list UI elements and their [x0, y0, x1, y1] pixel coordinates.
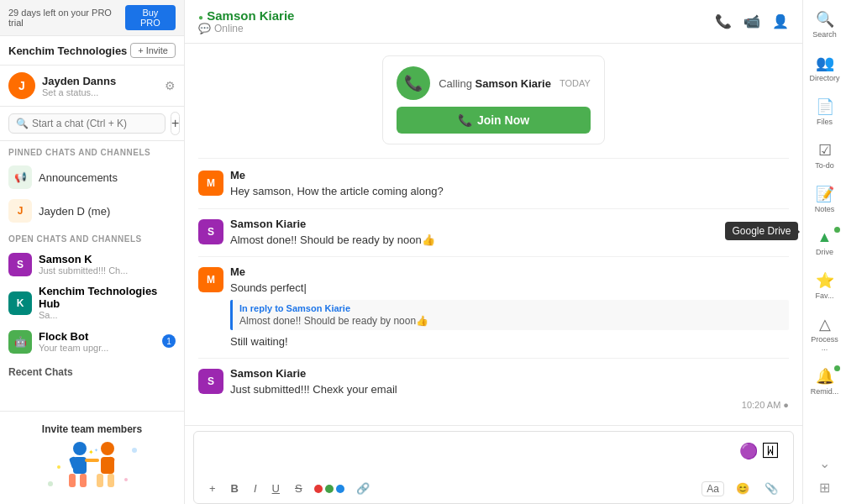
msg-content-4: Samson Kiarie Just submitted!!! Chexk yo…	[230, 367, 789, 410]
right-item-favorites[interactable]: ⭐ Fav...	[805, 265, 845, 307]
right-item-directory[interactable]: 👥 Directory	[805, 47, 845, 89]
online-status: 💬 Online	[198, 23, 294, 34]
link-button[interactable]: 🔗	[353, 480, 373, 496]
search-input-wrap[interactable]: 🔍	[8, 113, 166, 134]
message-row: S Samson Kiarie Just submitted!!! Chexk …	[198, 367, 789, 410]
right-item-drive[interactable]: ▲ Drive	[805, 222, 845, 263]
video-icon[interactable]: 📹	[744, 13, 760, 29]
extra-text: Still waiting!	[230, 333, 789, 350]
right-item-wrap-drive: ▲ Drive Google Drive	[805, 222, 845, 263]
announce-icon: 📢	[8, 165, 32, 189]
open-channel-hub[interactable]: K Kenchim Technologies Hub Sa...	[0, 281, 184, 324]
blue-dot	[336, 485, 344, 493]
workspace-icon[interactable]: 🅆	[763, 443, 778, 460]
open-channel-samson[interactable]: S Samson K Just submitted!!! Ch...	[0, 247, 184, 281]
workspace-header: Kenchim Technologies + Invite	[0, 36, 184, 66]
svg-point-9	[101, 442, 114, 455]
msg-sender-2: Samson Kiarie	[230, 218, 789, 230]
right-item-process[interactable]: △ Process ...	[805, 308, 845, 359]
compose-box: 🟣 🅆 + B I U S 🔗 Aa 😊 📎	[193, 431, 794, 504]
reply-label: In reply to Samson Kiarie	[239, 303, 782, 313]
right-item-todo[interactable]: ☑ To-do	[805, 134, 845, 176]
msg-sender-3: Me	[230, 265, 789, 278]
chevron-down-icon[interactable]: ⌄	[819, 455, 830, 471]
underline-button[interactable]: U	[269, 480, 283, 496]
grid-icon[interactable]: ⊞	[819, 480, 830, 496]
bold-button[interactable]: B	[228, 480, 242, 496]
open-channel-flockbot[interactable]: 🤖 Flock Bot Your team upgr... 1	[0, 324, 184, 358]
notes-icon: 📝	[816, 185, 834, 203]
message-row: M Me Hey samson, How the article coming …	[198, 169, 789, 200]
right-item-notes[interactable]: 📝 Notes	[805, 178, 845, 220]
invite-title: Invite team members	[8, 423, 176, 435]
divider	[198, 256, 789, 257]
call-card-top: 📞 Calling Samson Kiarie TODAY	[397, 66, 591, 100]
divider	[198, 158, 789, 159]
drive-online-dot	[834, 227, 840, 233]
google-drive-tooltip: Google Drive	[725, 222, 797, 240]
drive-icon: ▲	[817, 228, 833, 246]
svg-point-1	[57, 465, 60, 469]
hub-preview: Sa...	[39, 310, 176, 320]
attach-button[interactable]: 📎	[761, 480, 781, 496]
samson-avatar: S	[8, 253, 32, 276]
color-dots	[314, 485, 344, 493]
divider	[198, 208, 789, 209]
emoji-button[interactable]: 😊	[733, 480, 753, 496]
gear-icon[interactable]: ⚙	[165, 79, 176, 92]
message-row: M Me Sounds perfect| In reply to Samson …	[198, 265, 789, 349]
workspace-name: Kenchim Technologies	[8, 45, 127, 57]
msg-text-1: Hey samson, How the article coming along…	[230, 183, 789, 200]
user-status[interactable]: Set a status...	[42, 87, 158, 97]
msg-text-3: Sounds perfect|	[230, 280, 789, 297]
strike-button[interactable]: S	[292, 480, 306, 496]
compose-toolbar: + B I U S 🔗 Aa 😊 📎	[194, 477, 793, 503]
italic-button[interactable]: I	[250, 480, 260, 496]
phone-icon[interactable]: 📞	[715, 13, 732, 29]
channel-item-announcements[interactable]: 📢 Announcements	[0, 160, 184, 194]
hub-avatar: K	[8, 291, 32, 315]
svg-rect-6	[69, 474, 76, 487]
channel-item-jayden[interactable]: J Jayden D (me)	[0, 194, 184, 228]
add-attachment-button[interactable]: +	[206, 480, 219, 496]
search-input[interactable]	[32, 118, 158, 129]
right-item-search[interactable]: 🔍 Search	[805, 3, 845, 45]
recent-chats-label: Recent Chats	[0, 358, 184, 381]
msg-avatar-me2: M	[198, 267, 223, 292]
search-icon: 🔍	[816, 10, 834, 29]
reply-text: Almost done!! Should be ready by noon👍	[239, 315, 782, 327]
right-item-reminders[interactable]: 🔔 Remid...	[805, 360, 845, 402]
favorites-icon: ⭐	[816, 271, 834, 290]
buy-pro-button[interactable]: Buy PRO	[125, 5, 176, 30]
font-size-button[interactable]: Aa	[701, 481, 724, 496]
call-text: Calling Samson Kiarie	[439, 77, 551, 90]
samson-name: Samson K	[39, 253, 176, 265]
call-icon: 📞	[397, 66, 430, 100]
right-item-files[interactable]: 📄 Files	[805, 91, 845, 133]
compose-button[interactable]: +	[171, 112, 180, 135]
search-label: Search	[812, 30, 837, 39]
invite-button[interactable]: + Invite	[130, 43, 176, 58]
svg-point-2	[132, 448, 137, 453]
msg-sender-1: Me	[230, 169, 789, 181]
pro-banner-text: 29 days left on your PRO trial	[8, 8, 125, 28]
directory-label: Directory	[809, 74, 839, 82]
samson-preview: Just submitted!!! Ch...	[39, 265, 176, 276]
open-section-label: OPEN CHATS AND CHANNELS	[0, 228, 184, 247]
msg-sender-4: Samson Kiarie	[230, 367, 789, 380]
channel-name-announcements: Announcements	[39, 171, 176, 184]
right-sidebar: 🔍 Search 👥 Directory 📄 Files ☑ To-do 📝 N…	[802, 0, 846, 504]
flockbot-preview: Your team upgr...	[39, 343, 155, 353]
reminders-online-dot	[834, 365, 840, 371]
join-now-button[interactable]: 📞 Join Now	[397, 107, 591, 134]
add-member-icon[interactable]: 👤	[772, 13, 789, 29]
notes-label: Notes	[815, 205, 835, 213]
emoji-plugin-icon[interactable]: 🟣	[739, 442, 758, 460]
chat-header-left: ● Samson Kiarie 💬 Online	[198, 8, 294, 34]
compose-input[interactable]	[206, 440, 736, 474]
svg-point-0	[48, 481, 53, 486]
files-label: Files	[817, 118, 833, 126]
chat-messages: 📞 Calling Samson Kiarie TODAY 📞 Join Now…	[185, 44, 802, 425]
msg-content-1: Me Hey samson, How the article coming al…	[230, 169, 789, 200]
svg-text:✦: ✦	[88, 449, 94, 456]
